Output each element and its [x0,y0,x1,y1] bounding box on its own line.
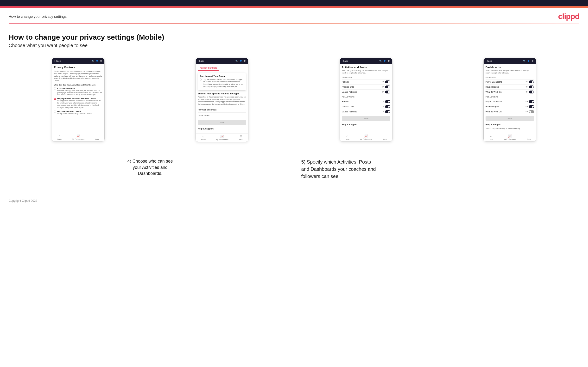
toggle-playerdash-follower: Player Dashboard ON [485,99,534,104]
toggle-playerdash-coach: Player Dashboard ON [485,79,534,84]
caption-5-line1: 5) Specify which Activities, Posts [301,159,371,165]
manual-follower-switch[interactable]: ON [382,110,390,113]
dashboards-link[interactable]: Dashboards › [198,112,246,118]
settings-icon-2[interactable]: ⚙ [243,59,246,62]
page-heading: How to change your privacy settings (Mob… [9,33,579,41]
perf-icon-4: 📈 [508,134,512,138]
roundinsights-coach-on-text: ON [526,86,528,88]
caption-5-line2: and Dashboards your coaches and [301,167,376,172]
whattowork-follower-switch[interactable]: ON [526,110,534,113]
activities-posts-label: Activities and Posts [198,108,216,111]
nav-home-2[interactable]: ⌂ Home [201,135,206,140]
nav-home-3[interactable]: ⌂ Home [345,134,349,140]
bottom-nav-4: ⌂ Home 📈 My Performance ☰ Menu [484,133,536,142]
manual-follower-pill [385,110,390,113]
back-button-2[interactable]: ‹ Back [198,60,204,62]
main-content: How to change your privacy settings (Mob… [0,24,588,194]
nav-home-1[interactable]: ⌂ Home [57,134,62,140]
activities-title: Activities and Posts [342,66,390,69]
roundinsights-coach-switch[interactable]: ON [526,85,534,88]
nav-menu-1[interactable]: ☰ Menu [95,134,99,140]
profile-icon-4[interactable]: 👤 [527,59,530,62]
nav-home-4[interactable]: ⌂ Home [489,134,493,140]
search-icon-3[interactable]: 🔍 [379,59,382,62]
nav-perf-4[interactable]: 📈 My Performance [504,134,516,140]
activities-posts-link[interactable]: Activities and Posts › [198,107,246,112]
logo: clippd [558,12,579,21]
perf-label-4: My Performance [504,138,516,140]
toggle-whattowork-follower: What To Work On ON [485,109,534,114]
nav-menu-2[interactable]: ☰ Menu [239,135,243,140]
back-button-4[interactable]: ‹ Back [485,60,492,62]
whattowork-coach-on-text: ON [526,91,528,93]
drills-coach-switch[interactable]: ON [382,85,390,88]
nav-perf-3[interactable]: 📈 My Performance [360,134,372,140]
whattowork-coach-label: What To Work On [485,91,502,93]
caption-4: 4) Choose who can see your Activities an… [124,158,176,180]
nav-menu-3[interactable]: ☰ Menu [383,134,387,140]
menu-icon-2: ☰ [240,135,242,138]
rounds-coach-switch[interactable]: ON [382,80,390,83]
toggle-roundinsights-coach: Round Insights ON [485,84,534,89]
settings-icon[interactable]: ⚙ [100,59,103,62]
drills-coach-pill [385,85,390,88]
rounds-coach-on-text: ON [382,81,384,83]
dashboards-desc: Select the dashboards that you'd like to… [485,69,534,74]
nav-menu-4[interactable]: ☰ Menu [527,134,531,140]
radio-everyone[interactable]: Everyone on Clippd Everyone on Clippd ca… [54,87,103,96]
radio-text-everyone: Everyone on Clippd Everyone on Clippd ca… [57,87,103,96]
phone-nav-3: ‹ Back 🔍 👤 ⚙ [340,58,392,64]
save-button-4[interactable]: Save [485,116,534,121]
menu-icon-4: ☰ [527,134,530,138]
privacy-controls-title: Privacy Controls [54,66,103,69]
search-icon[interactable]: 🔍 [91,59,94,62]
caption-left: 4) Choose who can see your Activities an… [9,151,292,180]
whattowork-coach-switch[interactable]: ON [526,91,534,93]
caption-5: 5) Specify which Activities, Posts and D… [301,158,383,180]
settings-icon-4[interactable]: ⚙ [531,59,534,62]
playerdash-coach-pill [529,80,534,83]
dashboards-label: Dashboards [198,114,209,117]
save-button-3[interactable]: Save [342,116,390,121]
radio-only-you[interactable]: Only You and Your Coach Only you and the… [54,110,103,115]
nav-icons-2: 🔍 👤 ⚙ [235,59,246,62]
phone-mockup-4: ‹ Back 🔍 👤 ⚙ Dashboards Select the dashb… [483,58,536,142]
whattowork-follower-pill [529,110,534,113]
caption-5-line3: followers can see. [301,174,340,179]
save-button-2[interactable]: Save [198,120,246,125]
roundinsights-follower-switch[interactable]: ON [526,105,534,108]
whattowork-follower-label: What To Work On [485,110,502,113]
manual-coach-switch[interactable]: ON [382,91,390,93]
top-layout: < Back 🔍 👤 ⚙ Privacy Controls Control ho… [9,58,579,142]
profile-icon[interactable]: 👤 [95,59,98,62]
settings-icon-3[interactable]: ⚙ [388,59,390,62]
radio-label-everyone: Everyone on Clippd [57,87,103,89]
radio-approved[interactable]: Only Approved Followers and Your Coach O… [54,98,103,108]
back-button-1[interactable]: < Back [54,60,61,62]
bottom-nav-2: ⌂ Home 📈 My Performance ☰ Menu [196,133,248,142]
profile-icon-3[interactable]: 👤 [383,59,386,62]
radio-desc-approved: Only approved followers and coaches you … [57,100,103,108]
drills-follower-switch[interactable]: ON [382,105,390,108]
toggle-drills-coach: Practice Drills ON [342,84,390,89]
tab-privacy-controls[interactable]: Privacy Controls [198,66,219,71]
nav-perf-1[interactable]: 📈 My Performance [72,134,84,140]
screenshot-col-4: ‹ Back 🔍 👤 ⚙ Dashboards Select the dashb… [440,58,579,142]
toggle-whattowork-coach: What To Work On ON [485,89,534,94]
top-bar [0,0,588,8]
tooltip-text: Only you and the coaches you connect wit… [203,78,244,88]
search-icon-4[interactable]: 🔍 [523,59,526,62]
phone-nav-1: < Back 🔍 👤 ⚙ [52,58,104,64]
manual-follower-label: Manual Activities [342,110,357,113]
playerdash-coach-switch[interactable]: ON [526,80,534,83]
screenshot-col-3: ‹ Back 🔍 👤 ⚙ Activities and Posts Select… [296,58,435,142]
profile-icon-2[interactable]: 👤 [239,59,242,62]
playerdash-follower-switch[interactable]: ON [526,100,534,103]
roundinsights-coach-pill [529,85,534,88]
phone-mockup-3: ‹ Back 🔍 👤 ⚙ Activities and Posts Select… [340,58,392,142]
rounds-follower-switch[interactable]: ON [382,100,390,103]
nav-perf-2[interactable]: 📈 My Performance [216,135,228,140]
search-icon-2[interactable]: 🔍 [235,59,238,62]
roundinsights-follower-label: Round Insights [485,105,499,108]
back-button-3[interactable]: ‹ Back [342,60,348,62]
